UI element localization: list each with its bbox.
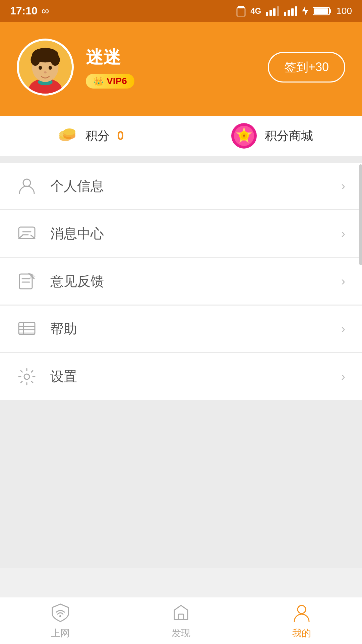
svg-rect-9	[295, 6, 297, 16]
svg-point-21	[51, 54, 60, 66]
svg-rect-44	[19, 322, 35, 334]
svg-point-24	[44, 71, 47, 73]
profile-name: 迷迷	[86, 46, 134, 69]
avatar-svg	[19, 41, 72, 94]
feedback-icon	[17, 271, 37, 291]
help-icon	[17, 319, 37, 339]
points-value: 0	[117, 129, 124, 143]
bottom-nav: 上网 发现 我的	[0, 597, 362, 644]
svg-rect-5	[277, 6, 279, 16]
svg-point-52	[298, 605, 306, 613]
sim-icon	[236, 6, 246, 16]
points-section[interactable]: 积分 0	[0, 125, 181, 147]
arrow-personal-info: ›	[341, 179, 345, 193]
svg-rect-12	[329, 9, 331, 13]
status-left: 17:10 ∞	[10, 5, 49, 17]
signal-icon	[266, 6, 279, 16]
mine-icon	[291, 602, 312, 624]
vip-level: VIP6	[107, 76, 127, 87]
svg-rect-2	[266, 12, 268, 16]
svg-rect-6	[284, 12, 286, 16]
person-icon	[17, 176, 37, 196]
scrollbar[interactable]	[359, 164, 362, 265]
message-icon	[17, 224, 37, 244]
coins-icon	[57, 125, 78, 147]
svg-rect-0	[237, 8, 245, 16]
shop-icon: ¥	[231, 122, 257, 149]
points-bar: 积分 0 ¥ 积分商城	[0, 116, 362, 156]
status-right: 4G 100	[236, 6, 352, 16]
svg-rect-51	[178, 614, 184, 620]
shop-label: 积分商城	[265, 128, 313, 144]
arrow-help: ›	[341, 322, 345, 336]
battery-level: 100	[336, 6, 352, 16]
menu-item-help[interactable]: 帮助 ›	[0, 306, 362, 353]
avatar-inner	[19, 41, 72, 94]
svg-rect-8	[291, 8, 294, 16]
profile-header: 迷迷 👑 VIP6 签到+30	[0, 22, 362, 116]
svg-text:¥: ¥	[243, 133, 245, 139]
bolt-icon	[302, 6, 308, 16]
profile-info: 迷迷 👑 VIP6	[86, 46, 134, 89]
menu-item-personal-info[interactable]: 个人信息 ›	[0, 163, 362, 210]
menu-section: 个人信息 › 消息中心 › 意见反馈 ›	[0, 156, 362, 400]
points-label: 积分	[85, 128, 110, 144]
nav-item-discover[interactable]: 发现	[121, 602, 241, 640]
network-4g: 4G	[250, 6, 261, 16]
menu-item-feedback[interactable]: 意见反馈 ›	[0, 258, 362, 305]
menu-label-feedback: 意见反馈	[50, 272, 328, 290]
menu-label-settings: 设置	[50, 367, 328, 386]
nav-label-internet: 上网	[51, 627, 70, 640]
menu-item-settings[interactable]: 设置 ›	[0, 353, 362, 400]
empty-area	[0, 400, 362, 568]
nav-item-internet[interactable]: 上网	[0, 602, 121, 640]
vip-crown-icon: 👑	[93, 76, 104, 87]
nav-label-discover: 发现	[172, 627, 190, 640]
svg-point-37	[23, 179, 31, 186]
arrow-feedback: ›	[341, 274, 345, 288]
profile-left: 迷迷 👑 VIP6	[17, 39, 134, 96]
svg-point-23	[49, 66, 52, 70]
svg-rect-7	[288, 10, 290, 16]
avatar[interactable]	[17, 39, 74, 96]
menu-label-help: 帮助	[50, 320, 328, 338]
discover-icon	[170, 602, 192, 624]
arrow-settings: ›	[341, 370, 345, 384]
svg-point-30	[63, 128, 75, 135]
status-time: 17:10	[10, 5, 38, 17]
shop-section[interactable]: ¥ 积分商城	[181, 122, 362, 149]
menu-label-message-center: 消息中心	[50, 224, 328, 243]
svg-marker-10	[302, 6, 308, 16]
svg-point-50	[59, 615, 61, 617]
battery-icon	[313, 6, 331, 16]
signal2-icon	[284, 6, 297, 16]
menu-label-personal-info: 个人信息	[50, 177, 328, 195]
arrow-message-center: ›	[341, 227, 345, 241]
svg-rect-13	[314, 8, 328, 14]
svg-point-20	[31, 54, 40, 66]
infinity-icon: ∞	[42, 5, 49, 17]
svg-point-49	[24, 374, 29, 379]
nav-label-mine: 我的	[292, 627, 311, 640]
status-bar: 17:10 ∞ 4G 100	[0, 0, 362, 22]
svg-rect-4	[273, 8, 276, 16]
internet-icon	[50, 602, 71, 624]
svg-rect-41	[19, 274, 32, 289]
menu-item-message-center[interactable]: 消息中心 ›	[0, 210, 362, 257]
nav-item-mine[interactable]: 我的	[241, 602, 362, 640]
settings-icon	[17, 367, 37, 387]
svg-rect-3	[269, 10, 272, 16]
svg-point-22	[39, 66, 42, 70]
svg-rect-1	[238, 6, 244, 8]
checkin-button[interactable]: 签到+30	[268, 52, 345, 83]
vip-badge: 👑 VIP6	[86, 74, 134, 89]
